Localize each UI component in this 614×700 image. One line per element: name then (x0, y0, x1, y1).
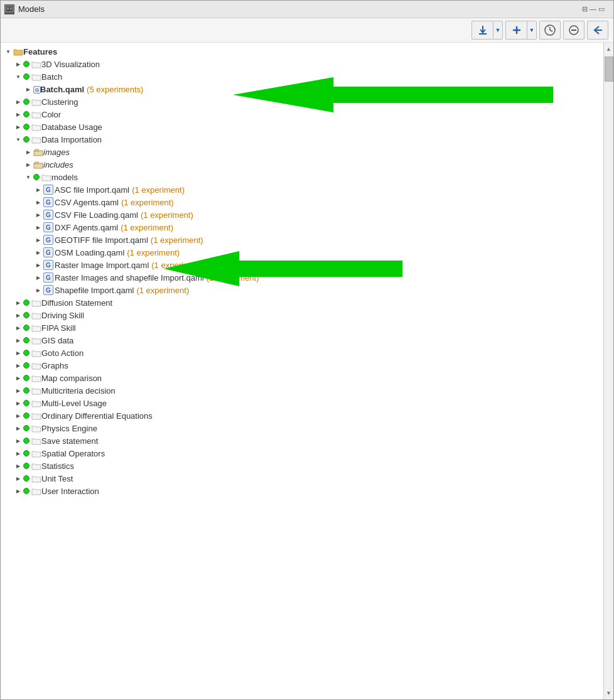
download-button[interactable] (471, 21, 493, 40)
green-dot-physics-engine (23, 425, 30, 431)
expander-geotiff[interactable] (33, 235, 43, 245)
tree-item-features[interactable]: Features (1, 45, 603, 58)
expander-features[interactable] (3, 46, 13, 57)
expander-goto-action[interactable] (13, 348, 23, 358)
tree-item-batch-qaml[interactable]: G Batch.qaml (5 experiments) (1, 83, 603, 95)
tree-item-shapefile[interactable]: G Shapefile Import.qaml (1 experiment) (1, 284, 603, 296)
tree-item-graphs[interactable]: Graphs (1, 359, 603, 372)
multicriteria-label: Multicriteria decision (41, 386, 116, 396)
expander-color[interactable] (13, 109, 23, 119)
tree-item-multicriteria[interactable]: Multicriteria decision (1, 384, 603, 397)
tree-item-diffusion[interactable]: Diffusion Statement (1, 296, 603, 309)
expander-csv-file[interactable] (33, 210, 43, 220)
expander-images[interactable] (23, 147, 33, 157)
expander-graphs[interactable] (13, 360, 23, 370)
green-dot-spatial-operators (23, 450, 30, 456)
tree-item-driving-skill[interactable]: Driving Skill (1, 309, 603, 321)
tree-item-color[interactable]: Color (1, 108, 603, 121)
tree-item-fipa-skill[interactable]: FIPA Skill (1, 321, 603, 334)
batch-icon (23, 73, 41, 81)
expander-save-statement[interactable] (13, 436, 23, 446)
download-dropdown[interactable]: ▼ (493, 21, 503, 40)
expander-diffusion[interactable] (13, 298, 23, 308)
window-icon (4, 4, 14, 14)
expander-driving-skill[interactable] (13, 310, 23, 320)
scrollbar-thumb[interactable] (605, 57, 613, 82)
expander-3dvis[interactable] (13, 59, 23, 69)
tree-item-batch[interactable]: Batch (1, 70, 603, 83)
expander-shapefile[interactable] (33, 285, 43, 295)
tree-item-user-interaction[interactable]: User Interaction (1, 485, 603, 497)
expander-clustering[interactable] (13, 97, 23, 107)
expander-osm[interactable] (33, 247, 43, 257)
expander-gis-data[interactable] (13, 335, 23, 345)
expander-batch-qaml[interactable] (23, 84, 33, 94)
expander-multi-level[interactable] (13, 398, 23, 408)
expander-physics-engine[interactable] (13, 423, 23, 433)
tree-item-goto-action[interactable]: Goto Action (1, 347, 603, 359)
tree-item-csv-file-loading[interactable]: G CSV File Loading.qaml (1 experiment) (1, 208, 603, 221)
clustering-icon (23, 98, 41, 106)
expander-map-comparison[interactable] (13, 373, 23, 383)
green-dot-batch-qaml: G (33, 86, 40, 92)
expander-csv-agents[interactable] (33, 197, 43, 207)
spatial-operators-icon (23, 450, 41, 458)
expander-models[interactable] (23, 172, 33, 182)
tree-item-asc[interactable]: G ASC file Import.qaml (1 experiment) (1, 183, 603, 196)
green-dot-save-statement (23, 438, 30, 444)
csv-agents-label: CSV Agents.qaml (55, 198, 119, 207)
expander-data-importation[interactable] (13, 134, 23, 144)
tree-item-data-importation[interactable]: Data Importation (1, 133, 603, 146)
svg-rect-1 (7, 8, 9, 9)
data-importation-icon (23, 136, 41, 144)
green-dot-3dvis (23, 61, 30, 67)
tree-item-dxf-agents[interactable]: G DXF Agents.qaml (1 experiment) (1, 221, 603, 234)
expander-database-usage[interactable] (13, 122, 23, 132)
graphs-icon (23, 362, 41, 370)
tree-item-physics-engine[interactable]: Physics Engine (1, 422, 603, 434)
minus-button[interactable] (563, 21, 584, 40)
tree-item-csv-agents[interactable]: G CSV Agents.qaml (1 experiment) (1, 196, 603, 208)
expander-unit-test[interactable] (13, 473, 23, 483)
tree-item-clustering[interactable]: Clustering (1, 95, 603, 108)
expander-batch[interactable] (13, 72, 23, 82)
statistics-label: Statistics (41, 461, 74, 471)
clock-button[interactable] (539, 21, 561, 40)
tree-item-spatial-operators[interactable]: Spatial Operators (1, 447, 603, 460)
tree-item-unit-test[interactable]: Unit Test (1, 472, 603, 485)
tree-item-save-statement[interactable]: Save statement (1, 434, 603, 447)
expander-ode[interactable] (13, 411, 23, 421)
database-usage-label: Database Usage (41, 122, 102, 132)
scrollbar[interactable]: ▲ ▼ (603, 43, 613, 699)
expander-user-interaction[interactable] (13, 486, 23, 496)
expander-includes[interactable] (23, 159, 33, 170)
back-button[interactable] (587, 21, 608, 40)
tree-item-gis-data[interactable]: GIS data (1, 334, 603, 347)
tree-item-database-usage[interactable]: Database Usage (1, 121, 603, 133)
tree-item-ode[interactable]: Ordinary Differential Equations (1, 409, 603, 422)
tree-item-raster-shapefile[interactable]: G Raster Images and shapefile Import.qam… (1, 271, 603, 284)
tree-item-osm[interactable]: G OSM Loading.qaml (1 experiment) (1, 246, 603, 259)
models-icon (33, 173, 51, 181)
green-dot-color (23, 111, 30, 117)
tree-item-includes[interactable]: includes (1, 158, 603, 171)
expander-raster-image[interactable] (33, 260, 43, 270)
tree-item-geotiff[interactable]: G GEOTIFF file Import.qaml (1 experiment… (1, 234, 603, 246)
expander-raster-shapefile[interactable] (33, 272, 43, 283)
add-dropdown[interactable]: ▼ (527, 21, 537, 40)
expander-spatial-operators[interactable] (13, 448, 23, 458)
tree-item-multi-level[interactable]: Multi-Level Usage (1, 397, 603, 409)
fipa-skill-icon (23, 324, 41, 332)
tree-item-raster-image[interactable]: G Raster Image Import.qaml (1 experiment… (1, 259, 603, 271)
expander-dxf[interactable] (33, 222, 43, 232)
tree-item-map-comparison[interactable]: Map comparison (1, 372, 603, 384)
expander-fipa-skill[interactable] (13, 323, 23, 333)
expander-statistics[interactable] (13, 461, 23, 471)
tree-item-statistics[interactable]: Statistics (1, 460, 603, 472)
expander-asc[interactable] (33, 185, 43, 195)
expander-multicriteria[interactable] (13, 385, 23, 396)
add-button[interactable] (505, 21, 527, 40)
tree-item-models[interactable]: models (1, 171, 603, 183)
tree-item-images[interactable]: images (1, 146, 603, 158)
tree-item-3dvis[interactable]: 3D Visualization (1, 58, 603, 70)
